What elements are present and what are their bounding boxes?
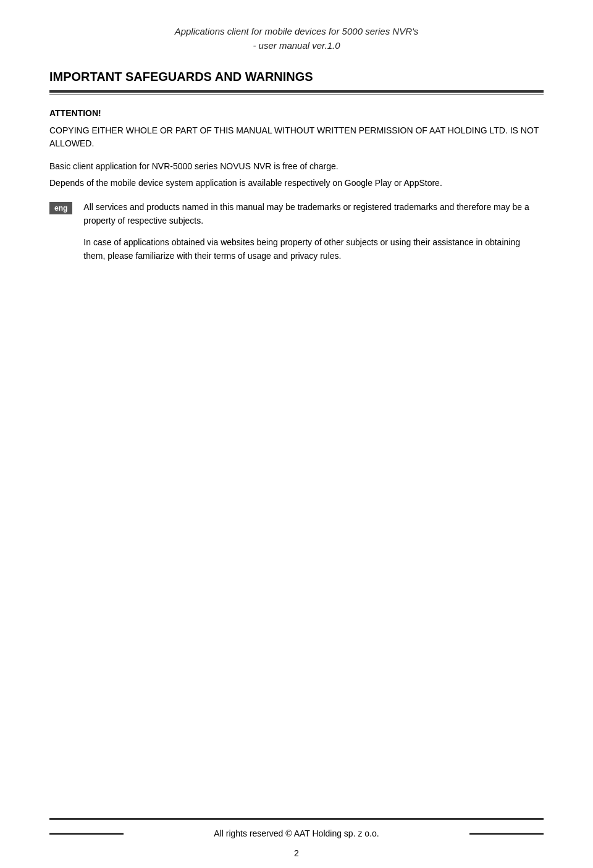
eng-section: eng All services and products named in t…	[49, 201, 544, 272]
empty-space	[0, 562, 593, 818]
eng-badge: eng	[49, 202, 72, 214]
footer-row: All rights reserved © AAT Holding sp. z …	[49, 820, 544, 843]
info-line1: Basic client application for NVR-5000 se…	[49, 160, 544, 173]
divider-thick	[49, 90, 544, 93]
eng-para1: All services and products named in this …	[83, 201, 544, 227]
footer-left-decoration	[49, 833, 124, 835]
eng-para2: In case of applications obtained via web…	[83, 236, 544, 263]
info-line2: Depends of the mobile device system appl…	[49, 177, 544, 190]
footer-copyright: All rights reserved © AAT Holding sp. z …	[142, 828, 451, 838]
header-title-line1: Applications client for mobile devices f…	[175, 26, 419, 36]
page-number: 2	[49, 843, 544, 868]
main-title: IMPORTANT SAFEGUARDS AND WARNINGS	[49, 70, 544, 84]
footer-wrapper: All rights reserved © AAT Holding sp. z …	[0, 818, 593, 868]
header-title-line2: - user manual ver.1.0	[253, 40, 340, 51]
page: Applications client for mobile devices f…	[0, 0, 593, 868]
attention-label: ATTENTION!	[49, 108, 544, 118]
permission-text: COPYING EITHER WHOLE OR PART OF THIS MAN…	[49, 124, 544, 150]
eng-text-block: All services and products named in this …	[83, 201, 544, 272]
page-content: Applications client for mobile devices f…	[0, 0, 593, 562]
divider-thin	[49, 94, 544, 95]
header-title: Applications client for mobile devices f…	[49, 25, 544, 53]
footer-right-decoration	[469, 833, 544, 835]
